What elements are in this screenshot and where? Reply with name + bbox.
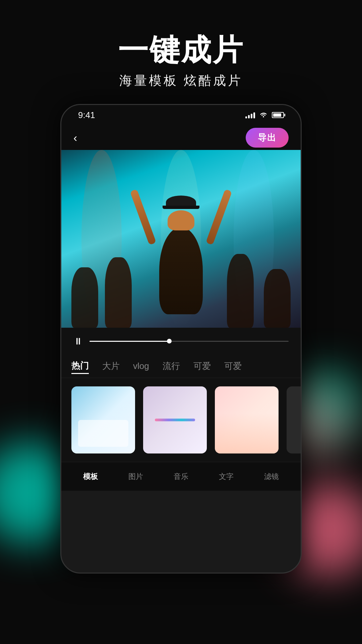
template-thumb-1[interactable] (71, 386, 135, 453)
back-button[interactable]: ‹ (73, 131, 77, 144)
main-figure (159, 227, 203, 314)
phone-frame: 9:41 ‹ 导出 (60, 104, 302, 574)
category-tab-popular[interactable]: 流行 (163, 359, 180, 373)
play-pause-button[interactable]: ⏸ (73, 336, 83, 347)
template-thumb-4[interactable] (287, 386, 301, 453)
signal-bar-4 (253, 112, 255, 118)
figure-arm-right (206, 189, 232, 245)
export-button[interactable]: 导出 (246, 128, 289, 148)
template-thumb-3[interactable] (215, 386, 279, 453)
nav-label-photo: 图片 (128, 472, 143, 482)
signal-bar-2 (248, 115, 250, 118)
category-tab-big[interactable]: 大片 (102, 359, 120, 373)
status-time: 9:41 (78, 110, 95, 120)
crowd-person-1 (71, 267, 98, 328)
category-tab-cute2[interactable]: 可爱 (224, 359, 242, 373)
crowd-person-4 (227, 254, 254, 328)
timeline-progress (89, 341, 169, 342)
category-tab-cute1[interactable]: 可爱 (193, 359, 211, 373)
category-tab-vlog[interactable]: vlog (133, 360, 149, 373)
timeline-track[interactable] (89, 341, 289, 342)
template-thumb-2[interactable] (143, 386, 207, 453)
nav-label-text: 文字 (219, 472, 234, 482)
figure-body (159, 227, 203, 314)
category-tab-hot[interactable]: 热门 (71, 359, 89, 374)
signal-icon (245, 112, 255, 118)
wifi-icon (260, 111, 267, 119)
status-bar: 9:41 (61, 105, 301, 125)
nav-item-photo[interactable]: 图片 (128, 472, 143, 482)
nav-label-music: 音乐 (174, 472, 188, 482)
header-subtitle: 海量模板 炫酷成片 (0, 72, 362, 89)
figure-cap (166, 196, 196, 209)
nav-label-filter: 滤镜 (264, 472, 279, 482)
signal-bar-1 (245, 116, 247, 118)
signal-bar-3 (251, 114, 252, 118)
figure-head (168, 210, 194, 230)
header-title: 一键成片 (0, 34, 362, 67)
figure-arm-left (130, 189, 157, 245)
phone-mockup: 9:41 ‹ 导出 (60, 104, 302, 574)
status-icons (245, 111, 284, 119)
crowd-layer (61, 210, 301, 328)
nav-item-filter[interactable]: 滤镜 (264, 472, 279, 482)
crowd-person-2 (105, 257, 132, 328)
nav-item-template[interactable]: 模板 (83, 472, 98, 482)
video-preview (61, 150, 301, 328)
bottom-nav: 模板 图片 音乐 文字 滤镜 (61, 462, 301, 491)
timeline-area: ⏸ (61, 328, 301, 355)
nav-item-text[interactable]: 文字 (219, 472, 234, 482)
top-nav: ‹ 导出 (61, 125, 301, 150)
templates-row (61, 378, 301, 462)
battery-icon (272, 112, 284, 118)
crowd-person-3 (264, 269, 291, 328)
header-section: 一键成片 海量模板 炫酷成片 (0, 34, 362, 89)
nav-item-music[interactable]: 音乐 (174, 472, 188, 482)
timeline-thumb[interactable] (167, 339, 172, 343)
category-tabs: 热门 大片 vlog 流行 可爱 可爱 (61, 355, 301, 378)
nav-label-template: 模板 (83, 472, 98, 482)
